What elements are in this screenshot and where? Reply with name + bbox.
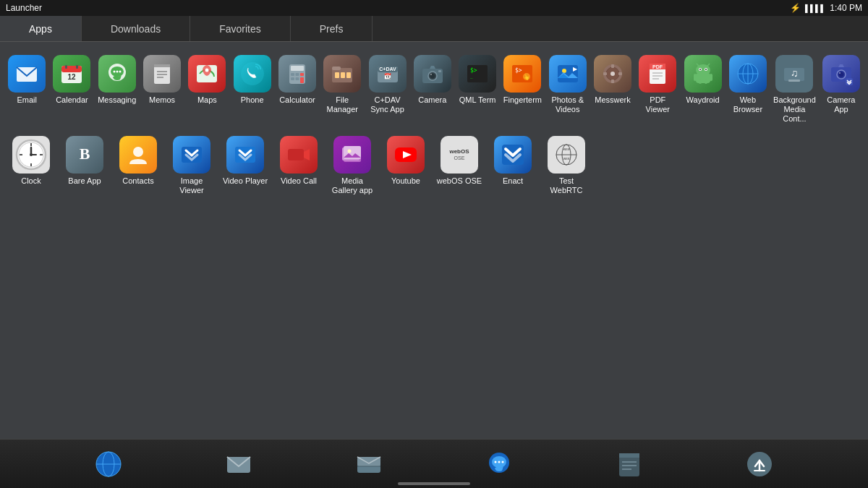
pdfviewer-icon: PDF: [639, 55, 676, 93]
svg-rect-71: [710, 74, 712, 81]
home-indicator: [398, 482, 470, 485]
photos-icon: ▶: [549, 55, 587, 93]
phone-icon: [234, 55, 271, 93]
app-maps[interactable]: Maps: [186, 51, 228, 129]
phone-label: Phone: [241, 95, 264, 105]
cdav-label: C+DAV Sync App: [367, 95, 407, 114]
contacts-label: Contacts: [122, 176, 153, 186]
email-icon: [8, 55, 46, 93]
svg-point-69: [705, 69, 707, 70]
svg-text:♫: ♫: [791, 67, 799, 79]
svg-rect-29: [335, 72, 339, 78]
app-email[interactable]: Email: [6, 51, 48, 129]
svg-text:WEB: WEB: [563, 147, 569, 151]
mediagallery-icon: [333, 136, 371, 174]
app-fingerterm[interactable]: $> 👆 Fingerterm: [501, 51, 543, 129]
app-bgmedia[interactable]: ♫ Background Media Cont...: [772, 51, 817, 129]
app-enact[interactable]: Enact: [488, 132, 538, 200]
app-videoplayer[interactable]: Video Player: [220, 132, 271, 200]
app-pdfviewer[interactable]: PDF PDF Viewer: [637, 51, 678, 129]
bareapp-label: Bare App: [68, 176, 101, 186]
svg-text:C+DAV: C+DAV: [379, 67, 396, 72]
fingerterm-icon: $> 👆: [503, 55, 541, 93]
svg-rect-133: [619, 453, 639, 458]
dock-upload[interactable]: [741, 445, 778, 483]
dock-chat[interactable]: [480, 445, 518, 483]
svg-point-17: [205, 69, 209, 72]
dock-mail[interactable]: [220, 445, 258, 483]
svg-text:webOS: webOS: [448, 148, 469, 155]
app-qmlterm[interactable]: $> _ QML Term: [456, 51, 498, 129]
app-cdav[interactable]: C+DAV 📆 C+DAV Sync App: [366, 51, 408, 129]
maps-icon: [188, 55, 226, 93]
videocall-icon: [280, 136, 318, 174]
app-camera[interactable]: Camera: [412, 51, 454, 129]
tab-apps[interactable]: Apps: [0, 16, 82, 41]
app-row-1: Email 12 Calendar: [6, 51, 862, 129]
svg-text:$>: $>: [515, 67, 522, 74]
waydroid-icon: [684, 55, 722, 93]
svg-point-131: [502, 461, 504, 463]
app-waydroid[interactable]: Waydroid: [681, 51, 723, 129]
cdav-icon: C+DAV 📆: [369, 55, 407, 93]
dock: [0, 439, 868, 488]
app-webbrowser[interactable]: Web Browser: [727, 51, 769, 129]
app-contacts[interactable]: Contacts: [113, 132, 163, 200]
youtube-icon: [387, 136, 425, 174]
svg-point-130: [498, 461, 501, 463]
battery-icon: ⚡: [790, 3, 801, 13]
app-bareapp[interactable]: B Bare App: [59, 132, 110, 200]
svg-rect-40: [438, 70, 441, 72]
app-clock[interactable]: Clock: [6, 132, 56, 200]
dock-notes[interactable]: [610, 445, 648, 483]
svg-point-129: [495, 461, 497, 463]
svg-text:WEB: WEB: [563, 157, 569, 160]
app-calendar[interactable]: 12 Calendar: [51, 51, 93, 129]
app-calculator[interactable]: Calculator: [276, 51, 318, 129]
camera-label: Camera: [418, 95, 446, 105]
maps-label: Maps: [197, 95, 217, 105]
app-webose[interactable]: webOS OSE webOS OSE: [434, 132, 485, 200]
messwerk-label: Messwerk: [595, 95, 631, 105]
svg-rect-55: [611, 80, 614, 83]
app-memos[interactable]: Memos: [141, 51, 183, 129]
messaging-label: Messaging: [98, 95, 136, 105]
status-right: ⚡ ▌▌▌▌ 1:40 PM: [790, 3, 862, 13]
enact-icon: [494, 136, 532, 174]
tab-prefs[interactable]: Prefs: [291, 16, 373, 41]
qmlterm-label: QML Term: [459, 95, 496, 105]
app-messaging[interactable]: Messaging: [96, 51, 138, 129]
app-phone[interactable]: Phone: [231, 51, 273, 129]
svg-rect-54: [611, 64, 614, 68]
app-youtube[interactable]: Youtube: [380, 132, 431, 200]
youtube-label: Youtube: [391, 176, 420, 186]
app-photos[interactable]: ▶ Photos & Videos: [547, 51, 589, 129]
app-filemanager[interactable]: File Manager: [321, 51, 363, 129]
videocall-label: Video Call: [281, 176, 317, 186]
app-cameraapp[interactable]: Camera App: [820, 51, 862, 129]
svg-rect-4: [76, 65, 78, 69]
svg-text:_: _: [470, 73, 473, 79]
app-mediagallery[interactable]: Media Gallery app: [327, 132, 378, 200]
svg-rect-28: [332, 67, 341, 70]
svg-rect-25: [295, 77, 299, 80]
dock-inbox[interactable]: [350, 445, 388, 483]
cameraapp-icon: [822, 55, 860, 93]
svg-point-9: [116, 71, 118, 73]
messwerk-icon: [594, 55, 631, 93]
tab-downloads[interactable]: Downloads: [82, 16, 190, 41]
app-videocall[interactable]: Video Call: [273, 132, 324, 200]
app-imageviewer[interactable]: Image Viewer: [166, 132, 217, 200]
imageviewer-label: Image Viewer: [168, 176, 216, 195]
svg-rect-30: [341, 72, 345, 78]
svg-text:▶: ▶: [573, 66, 578, 72]
app-messwerk[interactable]: Messwerk: [592, 51, 634, 129]
tab-favorites[interactable]: Favorites: [190, 16, 291, 41]
email-label: Email: [17, 95, 37, 105]
dock-browser[interactable]: [90, 445, 127, 483]
app-testwebrtc[interactable]: WEB WEB Test WebRTC: [541, 132, 592, 200]
svg-rect-24: [291, 77, 294, 80]
testwebrtc-icon: WEB WEB: [548, 136, 585, 174]
svg-rect-21: [291, 73, 294, 76]
svg-rect-3: [65, 65, 67, 69]
